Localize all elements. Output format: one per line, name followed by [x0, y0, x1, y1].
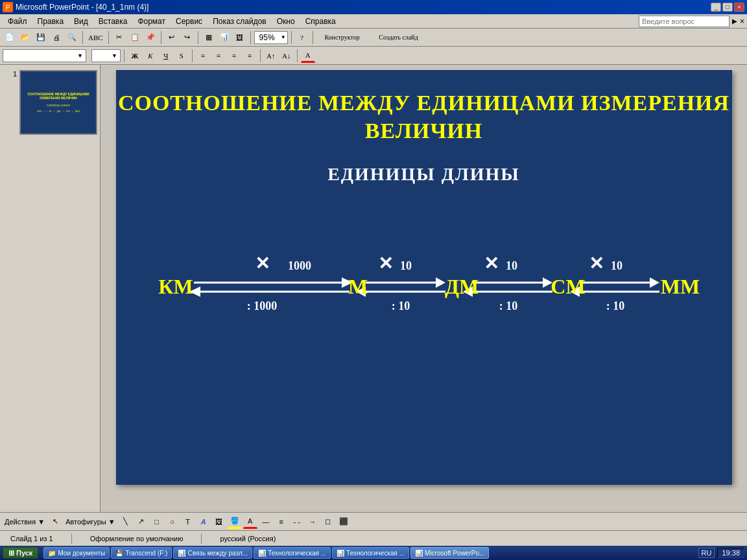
- close-help-icon[interactable]: ×: [740, 17, 744, 26]
- sep-f4: [297, 49, 298, 62]
- menu-file[interactable]: Файл: [3, 16, 32, 27]
- close-button[interactable]: ×: [734, 3, 744, 12]
- create-slide-button[interactable]: Создать слайд: [370, 30, 428, 45]
- slide-title: СООТНОШЕНИЕ МЕЖДУ ЕДИНИЦАМИ ИЗМЕРЕНИЯ ВЕ…: [116, 70, 732, 145]
- paste-button[interactable]: 📌: [143, 30, 158, 45]
- align-left-button[interactable]: ≡: [196, 49, 210, 63]
- menu-view[interactable]: Вид: [69, 16, 93, 27]
- constructor-button[interactable]: Конструктор: [316, 30, 368, 45]
- font-color-button[interactable]: A: [301, 49, 315, 63]
- main-area: 1 СООТНОШЕНИЕ МЕЖДУ ЕДИНИЦАМИ ИЗМЕРЕНИЯ …: [0, 65, 747, 512]
- ppt-icon-3: 📊: [337, 550, 344, 557]
- menu-edit[interactable]: Правка: [32, 16, 69, 27]
- svg-text:10: 10: [506, 259, 517, 272]
- 3d-style-button[interactable]: ⬛: [337, 515, 351, 529]
- save-button[interactable]: 💾: [34, 30, 48, 45]
- fill-color-button[interactable]: 🪣: [228, 515, 242, 529]
- line-style-button[interactable]: ≡: [274, 515, 289, 529]
- taskbar-tech2[interactable]: 📊 Технологическая ...: [332, 547, 409, 559]
- undo-button[interactable]: ↩: [165, 30, 179, 45]
- arrow-style-button[interactable]: →: [305, 515, 320, 529]
- wordart-tool[interactable]: A: [196, 515, 211, 529]
- zoom-dropdown-icon[interactable]: ▼: [279, 34, 287, 40]
- line-tool[interactable]: ╲: [119, 515, 133, 529]
- status-sep1: [71, 533, 72, 544]
- menu-format[interactable]: Формат: [132, 16, 171, 27]
- line-color-button[interactable]: —: [259, 515, 273, 529]
- language-button[interactable]: RU: [698, 548, 715, 558]
- conversion-diagram: ✕ 1000 : 1000 ✕ 10: [136, 251, 713, 336]
- question-input[interactable]: [639, 16, 729, 27]
- svg-marker-10: [436, 277, 445, 288]
- taskbar-transcend[interactable]: 💾 Transcend (F:): [111, 547, 172, 559]
- arrow-tool[interactable]: ↗: [134, 515, 148, 529]
- cut-button[interactable]: ✂: [112, 30, 126, 45]
- folder-icon: 📁: [48, 550, 56, 557]
- taskbar-tech1[interactable]: 📊 Технологическая ...: [254, 547, 331, 559]
- rect-tool[interactable]: □: [150, 515, 164, 529]
- svg-text:10: 10: [400, 259, 412, 272]
- spell-button[interactable]: ABC: [86, 30, 105, 45]
- menu-help[interactable]: Справка: [300, 16, 341, 27]
- font-dropdown-icon[interactable]: ▼: [77, 52, 83, 59]
- status-bar: Слайд 1 из 1 Оформление по умолчанию рус…: [0, 530, 747, 546]
- picture-button[interactable]: 🖼: [233, 30, 247, 45]
- start-button[interactable]: ⊞ Пуск: [3, 547, 38, 559]
- zoom-input[interactable]: [255, 33, 279, 42]
- print-button[interactable]: 🖨: [49, 30, 64, 45]
- menu-tools[interactable]: Сервис: [171, 16, 208, 27]
- redo-button[interactable]: ↪: [180, 30, 195, 45]
- textbox-tool[interactable]: T: [181, 515, 195, 529]
- chart-button[interactable]: 📊: [217, 30, 231, 45]
- taskbar-powerpoint[interactable]: 📊 Microsoft PowerPo...: [410, 547, 489, 559]
- menu-window[interactable]: Окно: [272, 16, 300, 27]
- slide[interactable]: СООТНОШЕНИЕ МЕЖДУ ЕДИНИЦАМИ ИЗМЕРЕНИЯ ВЕ…: [116, 70, 732, 485]
- increase-font-button[interactable]: A↑: [264, 49, 278, 63]
- taskbar-label-0: Мои документы: [58, 550, 105, 557]
- table-button[interactable]: ▦: [202, 30, 216, 45]
- select-button[interactable]: ↖: [48, 515, 62, 529]
- slide-thumbnail[interactable]: СООТНОШЕНИЕ МЕЖДУ ЕДИНИЦАМИ ИЗМЕРЕНИЯ ВЕ…: [19, 70, 97, 135]
- decrease-font-button[interactable]: A↓: [279, 49, 294, 63]
- start-label: Пуск: [16, 549, 32, 557]
- font-color-draw-button[interactable]: A: [243, 515, 257, 529]
- help-question: ▶ ×: [639, 16, 744, 27]
- dash-style-button[interactable]: - -: [290, 515, 304, 529]
- minimize-button[interactable]: _: [711, 3, 721, 12]
- taskbar-my-docs[interactable]: 📁 Мои документы: [43, 547, 110, 559]
- autoshapes-button[interactable]: Автофигуры ▼: [64, 515, 117, 529]
- font-input[interactable]: Times New Roman: [6, 51, 77, 60]
- font-size-dropdown-icon[interactable]: ▼: [112, 52, 117, 59]
- sep3: [161, 31, 161, 44]
- underline-button[interactable]: Ч: [159, 49, 173, 63]
- font-size-input[interactable]: 24: [95, 51, 112, 60]
- copy-button[interactable]: 📋: [128, 30, 142, 45]
- question-arrow-icon[interactable]: ▶: [732, 18, 737, 25]
- sep4: [198, 31, 198, 44]
- menu-insert[interactable]: Вставка: [93, 16, 133, 27]
- svg-marker-24: [650, 277, 659, 288]
- italic-button[interactable]: К: [143, 49, 158, 63]
- actions-menu[interactable]: Действия ▼: [3, 515, 47, 529]
- shadow-style-button[interactable]: ◻: [321, 515, 335, 529]
- oval-tool[interactable]: ○: [165, 515, 180, 529]
- shadow-button[interactable]: S: [174, 49, 189, 63]
- sep1: [82, 31, 83, 44]
- taskbar-right: RU 19:38: [698, 548, 744, 558]
- new-button[interactable]: 📄: [3, 30, 17, 45]
- title-bar: P Microsoft PowerPoint - [40_1_1nm (4)] …: [0, 0, 747, 14]
- preview-button[interactable]: 🔍: [65, 30, 79, 45]
- justify-button[interactable]: ≡: [243, 49, 257, 63]
- svg-text:✕: ✕: [483, 253, 498, 274]
- svg-text:✕: ✕: [254, 253, 269, 274]
- menu-slideshow[interactable]: Показ слайдов: [208, 16, 272, 27]
- clipart-tool[interactable]: 🖼: [212, 515, 226, 529]
- taskbar-svyaz[interactable]: 📊 Связь между разл...: [173, 547, 252, 559]
- align-right-button[interactable]: ≡: [227, 49, 241, 63]
- align-center-button[interactable]: ≡: [211, 49, 226, 63]
- open-button[interactable]: 📂: [18, 30, 32, 45]
- help-button[interactable]: ?: [295, 30, 309, 45]
- maximize-button[interactable]: □: [722, 3, 733, 12]
- sep7: [313, 31, 313, 44]
- bold-button[interactable]: Ж: [128, 49, 142, 63]
